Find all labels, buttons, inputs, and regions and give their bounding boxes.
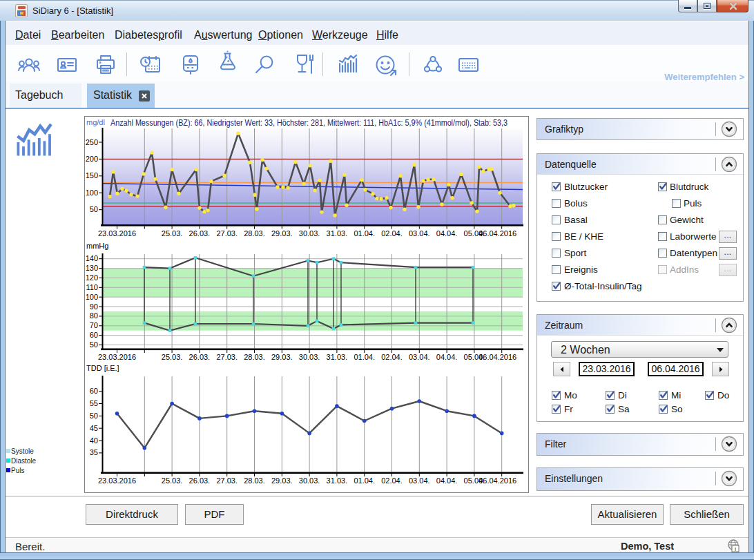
svg-text:Anzahl Messungen (BZ): 66, Nie: Anzahl Messungen (BZ): 66, Niedrigster W… <box>110 118 508 128</box>
svg-text:03.04.: 03.04. <box>409 229 430 238</box>
svg-text:35: 35 <box>90 448 98 456</box>
svg-text:01.04.: 01.04. <box>354 476 375 485</box>
svg-text:04.04.: 04.04. <box>436 353 458 361</box>
svg-text:29.03.: 29.03. <box>271 353 293 361</box>
svg-text:200: 200 <box>86 155 98 163</box>
svg-text:25.03.: 25.03. <box>162 476 183 485</box>
svg-text:06.04.2016: 06.04.2016 <box>478 229 516 238</box>
svg-text:31.03.: 31.03. <box>327 476 348 485</box>
svg-text:50: 50 <box>90 340 98 349</box>
svg-text:04.04.: 04.04. <box>436 476 458 485</box>
svg-text:30.03.: 30.03. <box>299 353 320 361</box>
svg-text:26.03.: 26.03. <box>189 353 211 361</box>
svg-text:23.03.2016: 23.03.2016 <box>98 476 136 485</box>
svg-text:31.03.: 31.03. <box>327 229 348 238</box>
svg-text:29.03.: 29.03. <box>271 476 293 485</box>
svg-text:27.03.: 27.03. <box>216 229 238 238</box>
svg-text:100: 100 <box>86 293 98 301</box>
svg-text:45: 45 <box>90 424 98 432</box>
svg-text:50: 50 <box>90 412 98 420</box>
svg-text:28.03.: 28.03. <box>244 353 265 361</box>
svg-text:120: 120 <box>86 273 98 282</box>
svg-text:23.03.2016: 23.03.2016 <box>98 353 136 361</box>
svg-text:04.04.: 04.04. <box>436 229 458 238</box>
svg-text:TDD [i.E.]: TDD [i.E.] <box>86 364 119 372</box>
svg-text:60: 60 <box>90 331 98 339</box>
svg-text:80: 80 <box>90 311 98 320</box>
svg-text:140: 140 <box>86 254 98 262</box>
svg-text:!: ! <box>735 546 737 552</box>
svg-text:90: 90 <box>90 302 98 311</box>
svg-text:25.03.: 25.03. <box>162 353 183 361</box>
svg-text:25.03.: 25.03. <box>162 229 183 238</box>
svg-text:30.03.: 30.03. <box>299 476 320 485</box>
svg-text:250: 250 <box>86 138 98 146</box>
svg-text:130: 130 <box>86 264 98 272</box>
svg-text:02.04.: 02.04. <box>381 353 403 361</box>
svg-text:06.04.2016: 06.04.2016 <box>478 353 516 361</box>
svg-text:50: 50 <box>90 205 98 213</box>
svg-text:23.03.2016: 23.03.2016 <box>98 229 136 238</box>
svg-text:02.04.: 02.04. <box>381 229 403 238</box>
svg-text:55: 55 <box>90 399 98 407</box>
svg-text:100: 100 <box>86 189 98 197</box>
svg-text:03.04.: 03.04. <box>409 353 430 361</box>
svg-text:40: 40 <box>90 436 98 445</box>
svg-text:02.04.: 02.04. <box>381 476 403 485</box>
svg-text:31.03.: 31.03. <box>327 353 348 361</box>
svg-text:06.04.2016: 06.04.2016 <box>478 476 516 485</box>
svg-text:70: 70 <box>90 321 98 329</box>
svg-text:27.03.: 27.03. <box>216 353 238 361</box>
svg-text:28.03.: 28.03. <box>244 476 265 485</box>
svg-text:150: 150 <box>86 171 98 180</box>
svg-text:30.03.: 30.03. <box>299 229 320 238</box>
svg-text:26.03.: 26.03. <box>189 476 211 485</box>
svg-text:29.03.: 29.03. <box>271 229 293 238</box>
svg-text:110: 110 <box>86 283 98 291</box>
svg-text:03.04.: 03.04. <box>409 476 430 485</box>
svg-text:01.04.: 01.04. <box>354 229 375 238</box>
svg-text:28.03.: 28.03. <box>244 229 265 238</box>
svg-text:mg/dl: mg/dl <box>86 118 105 126</box>
svg-text:60: 60 <box>90 387 98 395</box>
svg-text:26.03.: 26.03. <box>189 229 211 238</box>
svg-text:mmHg: mmHg <box>86 242 108 250</box>
svg-text:27.03.: 27.03. <box>216 476 238 485</box>
svg-text:01.04.: 01.04. <box>354 353 375 361</box>
